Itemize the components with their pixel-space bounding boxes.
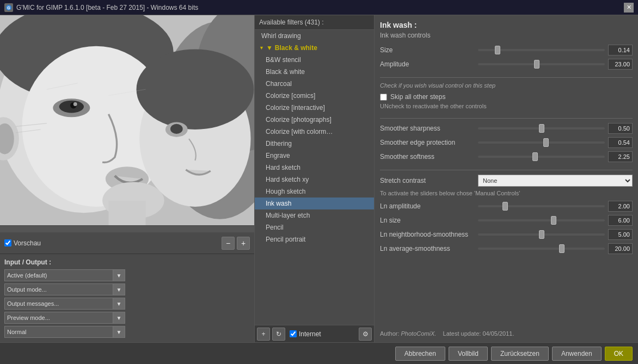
filters-header: Available filters (431) : — [255, 15, 374, 30]
filter-item-pencil[interactable]: Pencil — [255, 221, 374, 233]
filter-item-engrave[interactable]: Engrave — [255, 150, 374, 162]
ln-average-label: Ln average-smoothness — [380, 245, 478, 252]
ln-average-slider[interactable] — [478, 248, 605, 250]
normal-select[interactable]: Normal — [4, 326, 113, 338]
svg-point-19 — [137, 49, 254, 129]
smoother-edge-label: Smoother edge protection — [380, 139, 478, 146]
add-filter-button[interactable]: + — [257, 328, 270, 341]
abbrechen-button[interactable]: Abbrechen — [395, 347, 445, 361]
filter-item-charcoal[interactable]: Charcoal — [255, 78, 374, 90]
preview-checkbox[interactable] — [4, 239, 11, 246]
titlebar: G G'MIC for GIMP 1.6.1.0 [beta - Feb 27 … — [0, 0, 638, 15]
filter-item-hard-sketch[interactable]: Hard sketch — [255, 162, 374, 174]
ln-amplitude-row: Ln amplititude 2.00 — [380, 201, 633, 212]
skip-label: Skip all other steps — [390, 93, 445, 101]
filter-item-pencil-portrait[interactable]: Pencil portrait — [255, 233, 374, 245]
settings-button[interactable]: ⚙ — [359, 328, 372, 341]
horizontal-scrollbar[interactable] — [0, 225, 254, 232]
io-dropdown-active: Active (default) ▼ — [4, 269, 250, 281]
filter-item-colorize-comics[interactable]: Colorize [comics] — [255, 90, 374, 102]
smoother-sharpness-value: 0.50 — [608, 123, 633, 134]
filters-bottom-bar: + ↻ Internet ⚙ — [255, 325, 374, 342]
filter-item-colorize-interactive[interactable]: Colorize [interactive] — [255, 102, 374, 114]
ln-size-slider[interactable] — [478, 219, 605, 221]
amplitude-label: Amplitude — [380, 60, 478, 68]
amplitude-slider[interactable] — [478, 63, 605, 65]
app-icon: G — [4, 3, 13, 12]
ln-average-container: 20.00 — [478, 243, 633, 254]
filter-category-blackwhite[interactable]: ▼ Black & white — [255, 42, 374, 54]
svg-text:G: G — [7, 6, 10, 10]
refresh-button[interactable]: ↻ — [272, 328, 285, 341]
ln-neighborhood-container: 5.00 — [478, 229, 633, 240]
filter-item-colorize-colorm[interactable]: Colorize [with colorm… — [255, 126, 374, 138]
filter-item-black-white[interactable]: Black & white — [255, 66, 374, 78]
left-panel: Vorschau − + Input / Output : Active (de… — [0, 15, 255, 342]
visual-control-note: Check if you wish visual control on this… — [380, 82, 633, 89]
ln-average-row: Ln average-smoothness 20.00 — [380, 243, 633, 254]
filter-item-multi-layer-etch[interactable]: Multi-layer etch — [255, 209, 374, 221]
ln-amplitude-slider[interactable] — [478, 205, 605, 207]
filters-count: Available filters (431) : — [259, 18, 324, 26]
smoother-softness-slider[interactable] — [478, 156, 605, 158]
smoother-sharpness-row: Smoother sharpness 0.50 — [380, 123, 633, 134]
size-slider[interactable] — [478, 49, 605, 51]
category-label: Black & white — [275, 44, 317, 52]
filter-item-bw-stencil[interactable]: B&W stencil — [255, 54, 374, 66]
internet-label: Internet — [299, 330, 321, 338]
smoother-edge-row: Smoother edge protection 0.54 — [380, 137, 633, 148]
filter-item-whirl[interactable]: Whirl drawing — [255, 30, 374, 42]
ln-size-label: Ln size — [380, 217, 478, 224]
smoother-edge-slider[interactable] — [478, 141, 605, 144]
dropdown-arrow: ▼ — [113, 298, 125, 310]
skip-checkbox[interactable] — [380, 94, 387, 101]
smoother-sharpness-slider[interactable] — [478, 127, 605, 129]
window-title: G'MIC for GIMP 1.6.1.0 [beta - Feb 27 20… — [16, 4, 624, 11]
category-arrow-icon: ▼ — [266, 44, 273, 52]
filter-item-hough-sketch[interactable]: Hough sketch — [255, 186, 374, 198]
output-messages-select[interactable]: Output messages... — [4, 298, 113, 310]
ln-amplitude-value: 2.00 — [608, 201, 633, 212]
io-title: Input / Output : — [4, 258, 250, 266]
author-line: Author: PhotoComiX. Latest update: 04/05… — [380, 326, 633, 337]
close-button[interactable]: ✕ — [624, 3, 634, 13]
size-value: 0.14 — [608, 45, 633, 55]
ok-button[interactable]: OK — [605, 347, 633, 361]
smoother-edge-container: 0.54 — [478, 137, 633, 148]
zuruecksetzen-button[interactable]: Zurücksetzen — [491, 347, 549, 361]
smoother-edge-value: 0.54 — [608, 137, 633, 148]
controls-subtitle: Ink wash controls — [380, 32, 633, 39]
zoom-in-button[interactable]: + — [237, 237, 250, 250]
amplitude-value: 23.00 — [608, 59, 633, 70]
stretch-contrast-select[interactable]: None Manual Controls — [478, 175, 633, 187]
io-dropdown-output-mode: Output mode... ▼ — [4, 283, 250, 295]
io-dropdown-output-messages: Output messages... ▼ — [4, 298, 250, 310]
smoother-sharpness-label: Smoother sharpness — [380, 125, 478, 132]
ln-size-row: Ln size 6.00 — [380, 215, 633, 226]
filter-item-colorize-photographs[interactable]: Colorize [photographs] — [255, 114, 374, 126]
right-panel: Ink wash : Ink wash controls Size 0.14 A… — [375, 15, 638, 342]
stretch-contrast-label: Stretch contrast — [380, 177, 478, 184]
ln-neighborhood-slider[interactable] — [478, 233, 605, 236]
io-dropdown-normal: Normal ▼ — [4, 326, 250, 338]
vollbild-button[interactable]: Vollbild — [449, 347, 488, 361]
face-illustration — [0, 15, 254, 225]
filter-item-dithering[interactable]: Dithering — [255, 138, 374, 150]
zoom-out-button[interactable]: − — [222, 237, 235, 250]
filters-list: Whirl drawing ▼ Black & white B&W stenci… — [255, 30, 374, 325]
bottom-bar: Abbrechen Vollbild Zurücksetzen Anwenden… — [0, 342, 638, 364]
anwenden-button[interactable]: Anwenden — [552, 347, 602, 361]
filter-item-hard-sketch-xy[interactable]: Hard sketch xy — [255, 174, 374, 186]
output-mode-select[interactable]: Output mode... — [4, 283, 113, 295]
dropdown-arrow: ▼ — [113, 283, 125, 295]
preview-mode-select[interactable]: Preview mode... — [4, 312, 113, 324]
internet-checkbox[interactable] — [290, 330, 297, 337]
ln-size-value: 6.00 — [608, 215, 633, 226]
filter-item-ink-wash[interactable]: Ink wash — [255, 198, 374, 209]
controls-title: Ink wash : — [380, 21, 633, 29]
active-default-select[interactable]: Active (default) — [4, 269, 113, 281]
preview-label: Vorschau — [14, 239, 41, 247]
size-control-row: Size 0.14 — [380, 45, 633, 55]
uncheck-note: UNcheck to reactivate the other controls — [380, 103, 633, 109]
skip-check-row: Skip all other steps — [380, 93, 633, 101]
